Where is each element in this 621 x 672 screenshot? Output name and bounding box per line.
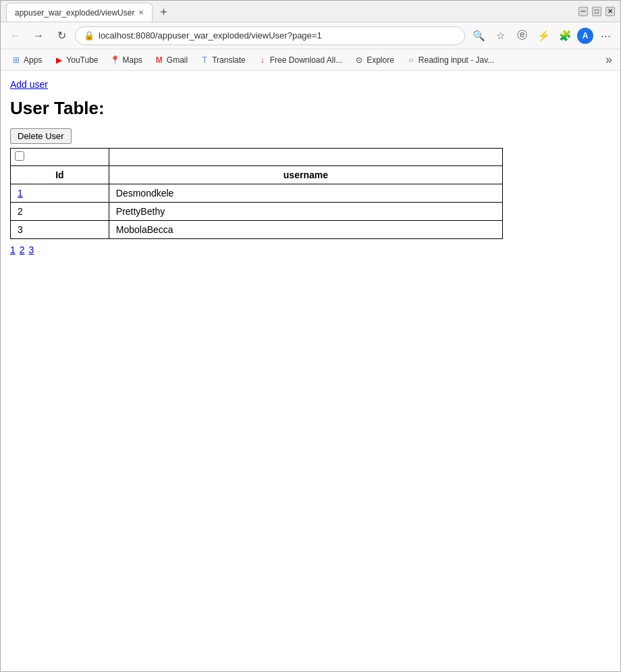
tab-bar: appuser_war_exploded/viewUser ✕ + (6, 1, 173, 22)
apps-icon: ⊞ (11, 55, 21, 65)
bookmark-youtube[interactable]: ▶ YouTube (49, 53, 103, 67)
page-link-3[interactable]: 3 (28, 244, 34, 255)
edge-icon-button[interactable]: ⓔ (512, 26, 531, 45)
page-content: Add user User Table: Delete User Id user… (1, 71, 620, 671)
new-tab-button[interactable]: + (154, 3, 173, 22)
reading-icon: ○ (406, 55, 416, 65)
bookmark-apps-label: Apps (24, 55, 42, 65)
back-button[interactable]: ← (6, 26, 25, 45)
bookmark-youtube-label: YouTube (66, 55, 98, 65)
bookmark-gmail[interactable]: M Gmail (149, 53, 193, 67)
bookmark-github-label: Explore (367, 55, 394, 65)
bookmarks-bar: ⊞ Apps ▶ YouTube 📍 Maps M Gmail T Transl… (1, 49, 620, 71)
menu-button[interactable]: ⋯ (596, 26, 615, 45)
bookmark-github[interactable]: ⊙ Explore (349, 53, 400, 67)
youtube-icon: ▶ (54, 55, 63, 65)
active-tab[interactable]: appuser_war_exploded/viewUser ✕ (6, 3, 153, 22)
download-icon: ↓ (258, 55, 267, 65)
page-title: User Table: (10, 98, 611, 119)
bookmark-reading-label: Reading input - Jav... (418, 55, 495, 65)
bookmark-apps[interactable]: ⊞ Apps (6, 53, 47, 67)
tab-title: appuser_war_exploded/viewUser (15, 8, 134, 18)
bookmark-translate[interactable]: T Translate (194, 53, 251, 67)
lock-icon: 🔒 (84, 30, 94, 41)
refresh-button[interactable]: ↻ (52, 26, 71, 45)
bookmark-translate-label: Translate (212, 55, 246, 65)
profile-button[interactable]: A (577, 28, 593, 44)
row1-username-cell: Desmondkele (109, 184, 502, 203)
table-checkbox-row (11, 149, 503, 166)
gmail-icon: M (155, 55, 164, 65)
delete-user-button[interactable]: Delete User (10, 128, 72, 144)
github-icon: ⊙ (354, 55, 364, 65)
navigation-bar: ← → ↻ 🔒 🔍 ☆ ⓔ ⚡ 🧩 A ⋯ (1, 22, 620, 49)
minimize-button[interactable]: ─ (578, 7, 588, 16)
empty-cell (109, 149, 502, 166)
maximize-button[interactable]: □ (592, 7, 601, 16)
url-input[interactable] (99, 30, 456, 41)
lightning-button[interactable]: ⚡ (534, 26, 553, 45)
extensions-button[interactable]: 🧩 (556, 26, 574, 45)
row1-id-cell: 1 (11, 184, 109, 203)
row2-username-cell: PrettyBethy (109, 203, 502, 221)
bookmark-download-label: Free Download All... (270, 55, 342, 65)
row1-id-link[interactable]: 1 (18, 188, 23, 199)
bookmark-gmail-label: Gmail (167, 55, 188, 65)
bookmark-maps-label: Maps (123, 55, 142, 65)
row2-id-cell: 2 (11, 203, 109, 221)
address-bar[interactable]: 🔒 (75, 26, 465, 45)
user-table: Id username 1 Desmondkele 2 PrettyBethy … (10, 148, 503, 239)
col-header-id: Id (11, 166, 109, 184)
window-controls: ─ □ ✕ (578, 7, 615, 16)
select-all-checkbox[interactable] (15, 151, 24, 161)
row3-id-cell: 3 (11, 221, 109, 239)
close-button[interactable]: ✕ (605, 7, 615, 16)
bookmark-download[interactable]: ↓ Free Download All... (252, 53, 348, 67)
browser-window: appuser_war_exploded/viewUser ✕ + ─ □ ✕ … (0, 0, 621, 672)
title-bar: appuser_war_exploded/viewUser ✕ + ─ □ ✕ (1, 1, 620, 22)
pagination: 1 2 3 (10, 244, 611, 255)
search-icon-button[interactable]: 🔍 (469, 26, 488, 45)
table-row: 3 MobolaBecca (11, 221, 503, 239)
translate-icon: T (200, 55, 209, 65)
bookmark-maps[interactable]: 📍 Maps (105, 53, 148, 67)
page-link-1[interactable]: 1 (10, 244, 16, 255)
table-row: 1 Desmondkele (11, 184, 503, 203)
bookmarks-more-button[interactable]: » (603, 53, 615, 67)
col-header-username: username (109, 166, 502, 184)
favorites-button[interactable]: ☆ (491, 26, 510, 45)
page-link-2[interactable]: 2 (20, 244, 25, 255)
maps-icon: 📍 (111, 55, 120, 65)
add-user-link[interactable]: Add user (10, 79, 48, 90)
bookmark-reading[interactable]: ○ Reading input - Jav... (401, 53, 500, 67)
tab-close-icon[interactable]: ✕ (138, 9, 144, 16)
checkbox-cell (11, 149, 109, 166)
nav-icon-group: 🔍 ☆ ⓔ ⚡ 🧩 A ⋯ (469, 26, 615, 45)
forward-button[interactable]: → (29, 26, 48, 45)
table-row: 2 PrettyBethy (11, 203, 503, 221)
table-header-row: Id username (11, 166, 503, 184)
row3-username-cell: MobolaBecca (109, 221, 502, 239)
